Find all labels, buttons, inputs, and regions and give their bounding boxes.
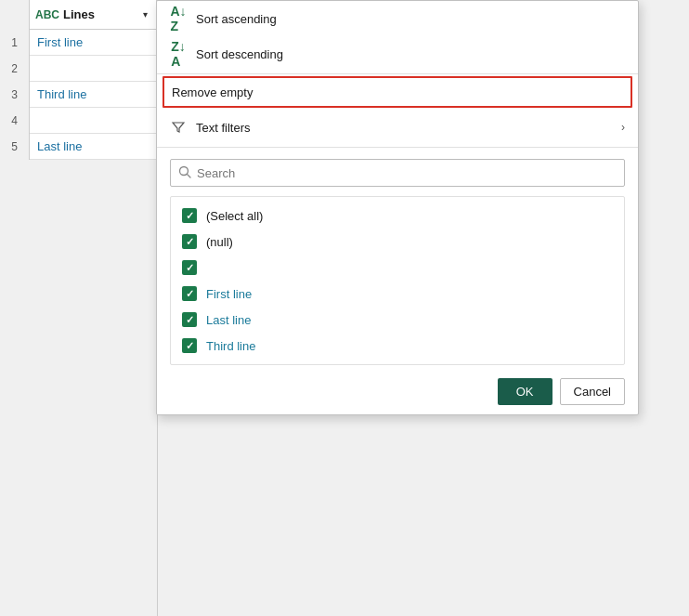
sort-desc-icon: Z↓A <box>170 39 187 69</box>
text-filters-item[interactable]: Text filters › <box>157 110 638 145</box>
col-header-label: Lines <box>63 7 95 21</box>
filter-icon <box>170 121 187 134</box>
checkbox-icon: ✓ <box>182 338 197 353</box>
sort-ascending-item[interactable]: A↓Z Sort ascending <box>157 1 638 36</box>
table-row: 2 <box>0 56 157 82</box>
search-input[interactable] <box>197 166 617 180</box>
checkbox-last-line[interactable]: ✓ Last line <box>171 307 624 333</box>
checkbox-select-all[interactable]: ✓ (Select all) <box>171 203 624 229</box>
submenu-arrow-icon: › <box>621 121 625 134</box>
remove-empty-item[interactable]: Remove empty <box>162 76 632 108</box>
table-row: 4 <box>0 108 157 134</box>
remove-empty-label: Remove empty <box>172 85 253 99</box>
row-number: 4 <box>0 108 30 134</box>
checkbox-icon: ✓ <box>182 234 197 249</box>
row-num-header <box>0 0 30 30</box>
table-row: 1 First line <box>0 30 157 56</box>
table-row: 3 Third line <box>0 82 157 108</box>
sort-asc-icon: A↓Z <box>170 4 187 33</box>
col-header: ABC Lines <box>30 0 134 29</box>
row-number: 1 <box>0 30 30 56</box>
cancel-button[interactable]: Cancel <box>560 378 625 405</box>
table-area: ABC Lines ▾ 1 First line 2 3 Third line … <box>0 0 158 616</box>
checkbox-third-line[interactable]: ✓ Third line <box>171 333 624 359</box>
checkbox-first-line[interactable]: ✓ First line <box>171 281 624 307</box>
menu-footer: OK Cancel <box>157 369 638 414</box>
row-cell <box>30 108 157 133</box>
column-filter-dropdown-button[interactable]: ▾ <box>134 4 156 26</box>
sort-descending-label: Sort descending <box>196 47 283 61</box>
checkbox-icon: ✓ <box>182 208 197 223</box>
text-filters-label: Text filters <box>196 121 251 135</box>
table-header: ABC Lines ▾ <box>0 0 157 30</box>
table-row: 5 Last line <box>0 134 157 160</box>
sort-descending-item[interactable]: Z↓A Sort descending <box>157 36 638 72</box>
checkbox-icon: ✓ <box>182 286 197 301</box>
row-cell: First line <box>30 30 157 55</box>
row-cell: Last line <box>30 134 157 159</box>
checkbox-null[interactable]: ✓ (null) <box>171 229 624 255</box>
checkbox-first-line-label: First line <box>206 287 252 301</box>
dropdown-arrow-icon: ▾ <box>143 9 148 20</box>
menu-divider <box>157 147 638 148</box>
search-icon <box>178 165 191 181</box>
filter-dropdown-menu: A↓Z Sort ascending Z↓A Sort descending R… <box>156 0 639 415</box>
checkbox-icon: ✓ <box>182 260 197 275</box>
row-cell <box>30 56 157 81</box>
col-type-icon: ABC <box>35 8 59 21</box>
row-number: 2 <box>0 56 30 82</box>
row-number: 5 <box>0 134 30 160</box>
checkbox-select-all-label: (Select all) <box>206 209 263 223</box>
checkbox-third-line-label: Third line <box>206 339 255 353</box>
filter-checkbox-list: ✓ (Select all) ✓ (null) ✓ ✓ First line ✓… <box>170 196 625 365</box>
sort-ascending-label: Sort ascending <box>196 12 277 26</box>
search-container <box>157 150 638 192</box>
menu-divider <box>157 73 638 74</box>
ok-button[interactable]: OK <box>498 378 552 405</box>
svg-line-1 <box>188 174 191 177</box>
search-box <box>170 159 625 187</box>
row-number: 3 <box>0 82 30 108</box>
row-cell: Third line <box>30 82 157 107</box>
checkbox-last-line-label: Last line <box>206 313 251 327</box>
checkbox-null-label: (null) <box>206 235 233 249</box>
checkbox-icon: ✓ <box>182 312 197 327</box>
checkbox-empty[interactable]: ✓ <box>171 255 624 281</box>
